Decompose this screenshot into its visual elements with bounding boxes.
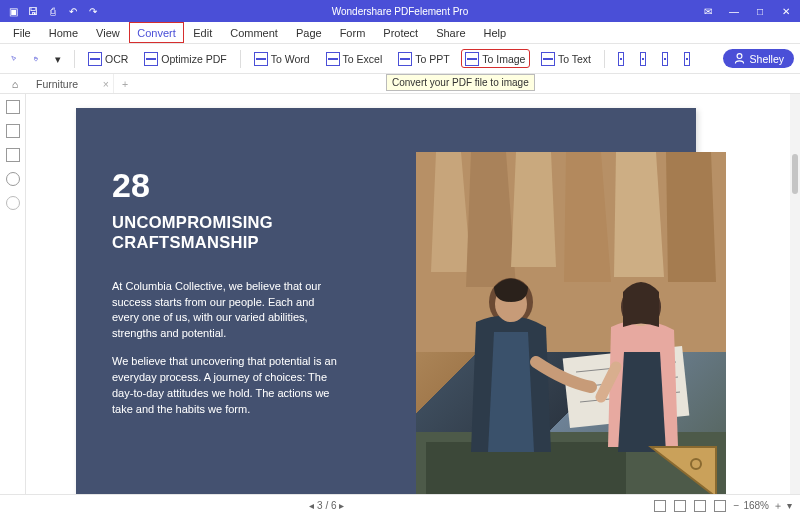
page-number-graphic: 28 <box>112 166 342 205</box>
optimize-label: Optimize PDF <box>161 53 226 65</box>
menu-protect[interactable]: Protect <box>374 22 427 43</box>
to-image-icon <box>465 52 479 66</box>
to-image-button[interactable]: To Image <box>461 49 530 68</box>
convert-extra1-icon[interactable] <box>613 49 629 69</box>
signature-icon[interactable] <box>6 196 20 210</box>
zoom-value: 168% <box>743 500 769 511</box>
close-tab-icon[interactable]: × <box>103 78 109 90</box>
menu-page[interactable]: Page <box>287 22 331 43</box>
user-name-label: Shelley <box>750 53 784 65</box>
view-facing-icon[interactable] <box>694 500 706 512</box>
to-text-icon <box>541 52 555 66</box>
page-heading: UNCOMPROMISING CRAFTSMANSHIP <box>112 213 342 253</box>
to-word-label: To Word <box>271 53 310 65</box>
page-photo <box>416 152 726 494</box>
canvas[interactable]: 28 UNCOMPROMISING CRAFTSMANSHIP At Colum… <box>26 94 790 494</box>
to-ppt-button[interactable]: To PPT <box>393 49 454 69</box>
optimize-pdf-button[interactable]: Optimize PDF <box>139 49 231 69</box>
convert-extra2-icon[interactable] <box>635 49 651 69</box>
page-thumbnails-icon[interactable] <box>6 100 20 114</box>
bookmarks-icon[interactable] <box>6 124 20 138</box>
title-bar: ▣ 🖫 ⎙ ↶ ↷ Wondershare PDFelement Pro ✉ —… <box>0 0 800 22</box>
menu-file[interactable]: File <box>4 22 40 43</box>
to-ppt-label: To PPT <box>415 53 449 65</box>
zoom-control[interactable]: − 168% ＋ ▾ <box>734 499 792 513</box>
toolbar: ▾ OCR Optimize PDF To Word To Excel To P… <box>0 44 800 74</box>
menu-view[interactable]: View <box>87 22 129 43</box>
to-excel-button[interactable]: To Excel <box>321 49 388 69</box>
menu-convert[interactable]: Convert <box>129 22 185 43</box>
optimize-icon <box>144 52 158 66</box>
print-icon[interactable]: ⎙ <box>46 4 60 18</box>
menu-form[interactable]: Form <box>331 22 375 43</box>
svg-point-0 <box>737 54 742 59</box>
page: 28 UNCOMPROMISING CRAFTSMANSHIP At Colum… <box>76 108 696 494</box>
sidebar <box>0 94 26 494</box>
menu-share[interactable]: Share <box>427 22 474 43</box>
zoom-dropdown-icon[interactable]: ▾ <box>787 500 792 511</box>
menu-bar: File Home View Convert Edit Comment Page… <box>0 22 800 44</box>
home-tab-icon[interactable]: ⌂ <box>6 74 24 93</box>
mail-icon[interactable]: ✉ <box>700 6 716 17</box>
to-excel-label: To Excel <box>343 53 383 65</box>
menu-home[interactable]: Home <box>40 22 87 43</box>
to-excel-icon <box>326 52 340 66</box>
to-word-button[interactable]: To Word <box>249 49 315 69</box>
user-account-button[interactable]: Shelley <box>723 49 794 68</box>
workspace: 28 UNCOMPROMISING CRAFTSMANSHIP At Colum… <box>0 94 800 494</box>
close-button[interactable]: ✕ <box>778 6 794 17</box>
redo-icon[interactable]: ↷ <box>86 4 100 18</box>
ocr-button[interactable]: OCR <box>83 49 133 69</box>
status-bar: ◂ 3 / 6 ▸ − 168% ＋ ▾ <box>0 494 800 516</box>
convert-extra3-icon[interactable] <box>657 49 673 69</box>
view-continuous-icon[interactable] <box>674 500 686 512</box>
save-icon[interactable]: 🖫 <box>26 4 40 18</box>
ocr-icon <box>88 52 102 66</box>
app-logo-icon: ▣ <box>6 4 20 18</box>
layers-icon[interactable] <box>6 148 20 162</box>
zoom-in-icon[interactable]: ＋ <box>773 499 783 513</box>
view-single-icon[interactable] <box>654 500 666 512</box>
minimize-button[interactable]: — <box>726 6 742 17</box>
view-continuous-facing-icon[interactable] <box>714 500 726 512</box>
to-ppt-icon <box>398 52 412 66</box>
vertical-scrollbar[interactable] <box>790 94 800 494</box>
app-title: Wondershare PDFelement Pro <box>100 6 700 17</box>
to-text-label: To Text <box>558 53 591 65</box>
chevron-down-icon[interactable]: ▾ <box>50 50 66 68</box>
menu-edit[interactable]: Edit <box>184 22 221 43</box>
scroll-thumb[interactable] <box>792 154 798 194</box>
attachments-icon[interactable] <box>6 172 20 186</box>
menu-comment[interactable]: Comment <box>221 22 287 43</box>
tooltip: Convert your PDF file to image <box>386 74 535 91</box>
document-tab-label: Furniture <box>36 78 78 90</box>
page-indicator[interactable]: ◂ 3 / 6 ▸ <box>8 500 646 511</box>
maximize-button[interactable]: □ <box>752 6 768 17</box>
zoom-out-icon[interactable]: − <box>734 500 740 511</box>
select-tool-icon[interactable] <box>6 49 22 68</box>
document-tab[interactable]: Furniture × <box>24 74 114 93</box>
to-image-label: To Image <box>482 53 525 65</box>
add-tab-button[interactable]: + <box>114 74 136 93</box>
convert-extra4-icon[interactable] <box>679 49 695 69</box>
to-word-icon <box>254 52 268 66</box>
ocr-label: OCR <box>105 53 128 65</box>
page-body-text: At Columbia Collective, we believe that … <box>112 279 342 419</box>
hand-tool-icon[interactable] <box>28 49 44 68</box>
undo-icon[interactable]: ↶ <box>66 4 80 18</box>
menu-help[interactable]: Help <box>475 22 516 43</box>
to-text-button[interactable]: To Text <box>536 49 596 69</box>
